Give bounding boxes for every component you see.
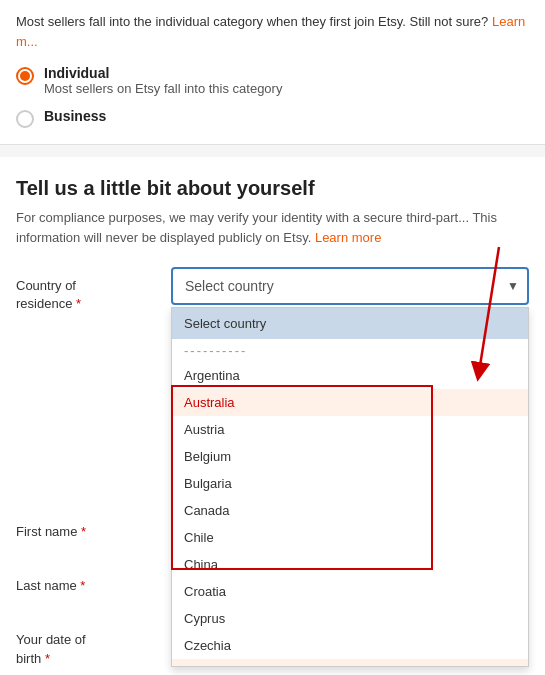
country-china[interactable]: China	[172, 551, 528, 578]
country-belgium[interactable]: Belgium	[172, 443, 528, 470]
lastname-label: Last name *	[16, 567, 171, 595]
country-control-wrap: Select country ▼ Select country --------…	[171, 267, 529, 305]
dropdown-divider: ----------	[172, 339, 528, 362]
country-canada[interactable]: Canada	[172, 497, 528, 524]
section-title: Tell us a little bit about yourself	[16, 177, 529, 200]
learn-more-link-bottom[interactable]: Learn more	[315, 230, 381, 245]
individual-label: Individual Most sellers on Etsy fall int…	[44, 65, 282, 96]
individual-radio[interactable]	[16, 67, 34, 85]
country-cyprus[interactable]: Cyprus	[172, 605, 528, 632]
dob-label: Your date ofbirth *	[16, 621, 171, 667]
country-select[interactable]: Select country	[171, 267, 529, 305]
country-bulgaria[interactable]: Bulgaria	[172, 470, 528, 497]
business-option[interactable]: Business	[16, 108, 529, 128]
lastname-required: *	[80, 578, 85, 593]
individual-option[interactable]: Individual Most sellers on Etsy fall int…	[16, 65, 529, 96]
country-croatia[interactable]: Croatia	[172, 578, 528, 605]
about-yourself-section: Tell us a little bit about yourself For …	[0, 157, 545, 675]
individual-title: Individual	[44, 65, 282, 81]
seller-type-radio-group: Individual Most sellers on Etsy fall int…	[16, 65, 529, 128]
business-label: Business	[44, 108, 106, 124]
country-argentina[interactable]: Argentina	[172, 362, 528, 389]
business-radio[interactable]	[16, 110, 34, 128]
country-row: Country ofresidence * Select country ▼ S…	[16, 267, 529, 313]
country-label: Country ofresidence *	[16, 267, 171, 313]
dropdown-header: Select country	[172, 308, 528, 339]
country-denmark[interactable]: Denmark	[172, 659, 528, 667]
dob-required: *	[45, 651, 50, 666]
section-description: For compliance purposes, we may verify y…	[16, 208, 529, 247]
country-chile[interactable]: Chile	[172, 524, 528, 551]
select-wrapper: Select country ▼	[171, 267, 529, 305]
country-australia[interactable]: Australia	[172, 389, 528, 416]
country-czechia[interactable]: Czechia	[172, 632, 528, 659]
country-required-mark: *	[76, 296, 81, 311]
intro-text: Most sellers fall into the individual ca…	[16, 12, 529, 51]
seller-type-section: Most sellers fall into the individual ca…	[0, 0, 545, 145]
individual-desc: Most sellers on Etsy fall into this cate…	[44, 81, 282, 96]
country-austria[interactable]: Austria	[172, 416, 528, 443]
business-title: Business	[44, 108, 106, 124]
firstname-label: First name *	[16, 513, 171, 541]
country-dropdown-list[interactable]: Select country ---------- Argentina Aust…	[171, 307, 529, 667]
firstname-required: *	[81, 524, 86, 539]
